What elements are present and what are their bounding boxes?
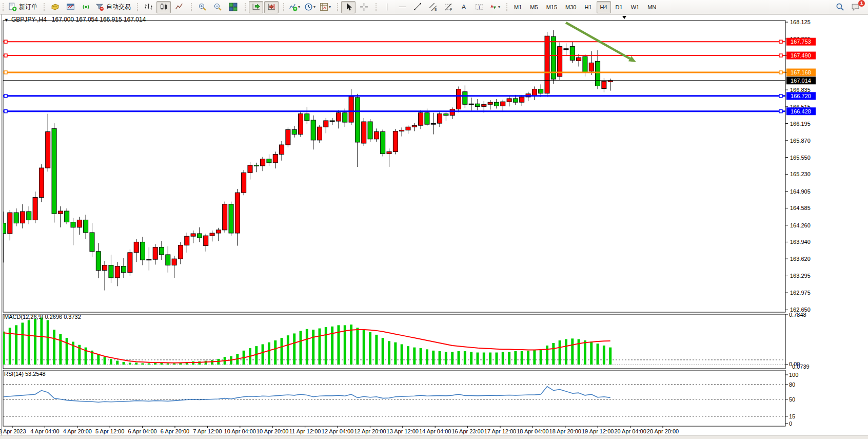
candle-body bbox=[438, 114, 442, 123]
macd-histogram-bar bbox=[34, 319, 36, 365]
dropdown-arrow-icon[interactable]: ▾ bbox=[329, 5, 331, 9]
line-handle[interactable] bbox=[779, 71, 782, 74]
vline-button[interactable] bbox=[380, 1, 394, 13]
candle-body bbox=[412, 125, 417, 127]
dropdown-arrow-icon[interactable]: ▾ bbox=[313, 5, 315, 9]
timeframe-label: MN bbox=[645, 4, 658, 10]
macd-histogram-bar bbox=[312, 330, 314, 365]
arrows-icon bbox=[489, 3, 498, 11]
macd-histogram-bar bbox=[15, 325, 17, 365]
zoom-in-button[interactable] bbox=[195, 1, 209, 13]
time-axis-label: 11 Apr 12:00 bbox=[289, 428, 321, 434]
macd-histogram-bar bbox=[603, 346, 605, 365]
status-bar bbox=[0, 435, 868, 439]
timeframe-h1-button[interactable]: H1 bbox=[581, 1, 595, 13]
fibo-button[interactable]: F bbox=[441, 1, 456, 13]
macd-histogram-bar bbox=[274, 340, 277, 365]
timeframe-h4-button[interactable]: H4 bbox=[597, 1, 611, 13]
line-handle[interactable] bbox=[4, 110, 7, 113]
candle-body bbox=[160, 247, 164, 255]
macd-histogram-bar bbox=[306, 329, 308, 365]
new-order-button[interactable]: 新订单 bbox=[7, 1, 39, 13]
macd-histogram-bar bbox=[148, 364, 150, 365]
dropdown-arrow-icon[interactable]: ▾ bbox=[298, 5, 300, 9]
timeframe-m15-button[interactable]: M15 bbox=[543, 1, 561, 13]
macd-histogram-bar bbox=[426, 349, 428, 365]
hline-button[interactable] bbox=[395, 1, 409, 13]
candle-body bbox=[501, 102, 505, 106]
price-badge-label: 166.428 bbox=[791, 108, 811, 114]
line-chart-button[interactable] bbox=[172, 1, 186, 13]
line-handle[interactable] bbox=[779, 40, 782, 43]
label-button[interactable]: T bbox=[472, 1, 486, 13]
mt4-window: 新订单自动交易▾▾▾EFAT▾M1M5M15M30H1H4D1W1MN1 168… bbox=[0, 0, 868, 439]
line-chart-icon bbox=[175, 3, 184, 11]
zoom-in-icon bbox=[198, 3, 207, 11]
timeframe-d1-button[interactable]: D1 bbox=[612, 1, 626, 13]
dropdown-arrow-icon[interactable]: ▾ bbox=[498, 5, 500, 9]
signal-button[interactable] bbox=[78, 1, 93, 13]
timeframe-m1-button[interactable]: M1 bbox=[510, 1, 525, 13]
candle-body bbox=[8, 213, 12, 234]
line-handle[interactable] bbox=[779, 110, 782, 113]
line-handle[interactable] bbox=[4, 54, 7, 57]
candle-body bbox=[39, 168, 44, 197]
candles-button[interactable] bbox=[156, 1, 171, 13]
line-handle[interactable] bbox=[4, 94, 7, 98]
line-handle[interactable] bbox=[779, 94, 782, 98]
arrows-button[interactable]: ▾ bbox=[487, 1, 502, 13]
chat-button[interactable]: 1 bbox=[848, 1, 862, 13]
macd-histogram-bar bbox=[110, 359, 112, 365]
timeframe-label: M5 bbox=[528, 4, 540, 10]
macd-histogram-bar bbox=[287, 335, 289, 365]
timeframe-w1-button[interactable]: W1 bbox=[627, 1, 643, 13]
chart-canvas[interactable]: 168.125167.805167.485167.165166.835166.5… bbox=[0, 14, 868, 439]
macd-histogram-bar bbox=[527, 351, 529, 365]
line-handle[interactable] bbox=[779, 54, 782, 57]
candle-body bbox=[393, 131, 398, 151]
macd-histogram-bar bbox=[597, 343, 599, 365]
cursor-button[interactable] bbox=[341, 1, 356, 13]
line-handle[interactable] bbox=[4, 40, 7, 43]
candle-body bbox=[564, 49, 568, 50]
toolbar-group-chart-type bbox=[134, 0, 188, 14]
templates-button[interactable]: ▾ bbox=[318, 1, 332, 13]
candle-body bbox=[166, 255, 170, 265]
macd-histogram-bar bbox=[66, 338, 68, 365]
book-button[interactable] bbox=[48, 1, 62, 13]
macd-histogram-bar bbox=[135, 362, 137, 365]
candle-body bbox=[444, 114, 448, 116]
templates-icon bbox=[320, 3, 328, 11]
chart-window-button[interactable] bbox=[63, 1, 77, 13]
zoom-out-button[interactable] bbox=[210, 1, 225, 13]
time-axis-label: 12 Apr 04:00 bbox=[322, 428, 353, 434]
crosshair-button[interactable] bbox=[357, 1, 371, 13]
macd-histogram-bar bbox=[502, 352, 504, 365]
timeframe-m5-button[interactable]: M5 bbox=[526, 1, 541, 13]
text-button[interactable]: A bbox=[457, 1, 471, 13]
candle-body bbox=[374, 131, 379, 139]
price-axis-label: 165.230 bbox=[790, 171, 811, 177]
candle-body bbox=[387, 151, 391, 154]
periods-button[interactable]: ▾ bbox=[303, 1, 317, 13]
candle-body bbox=[602, 81, 606, 88]
tile-windows-button[interactable] bbox=[226, 1, 240, 13]
macd-histogram-bar bbox=[483, 353, 485, 365]
search-button[interactable] bbox=[833, 1, 847, 13]
timeframe-m30-button[interactable]: M30 bbox=[562, 1, 580, 13]
line-handle[interactable] bbox=[4, 71, 7, 74]
time-axis-label: 16 Apr 23:00 bbox=[451, 428, 483, 434]
timeframe-mn-button[interactable]: MN bbox=[644, 1, 660, 13]
indicators-button[interactable]: ▾ bbox=[287, 1, 302, 13]
auto-trading-button[interactable]: 自动交易 bbox=[94, 1, 132, 13]
macd-histogram-bar bbox=[552, 343, 555, 365]
autoscroll-button[interactable] bbox=[249, 1, 263, 13]
text-icon: A bbox=[460, 3, 468, 11]
svg-text:A: A bbox=[461, 3, 466, 11]
trendline-button[interactable] bbox=[410, 1, 425, 13]
search-icon bbox=[836, 3, 844, 11]
crosshair-icon bbox=[360, 3, 368, 11]
chart-shift-button[interactable] bbox=[264, 1, 279, 13]
channel-button[interactable]: E bbox=[426, 1, 440, 13]
bars-button[interactable] bbox=[141, 1, 155, 13]
